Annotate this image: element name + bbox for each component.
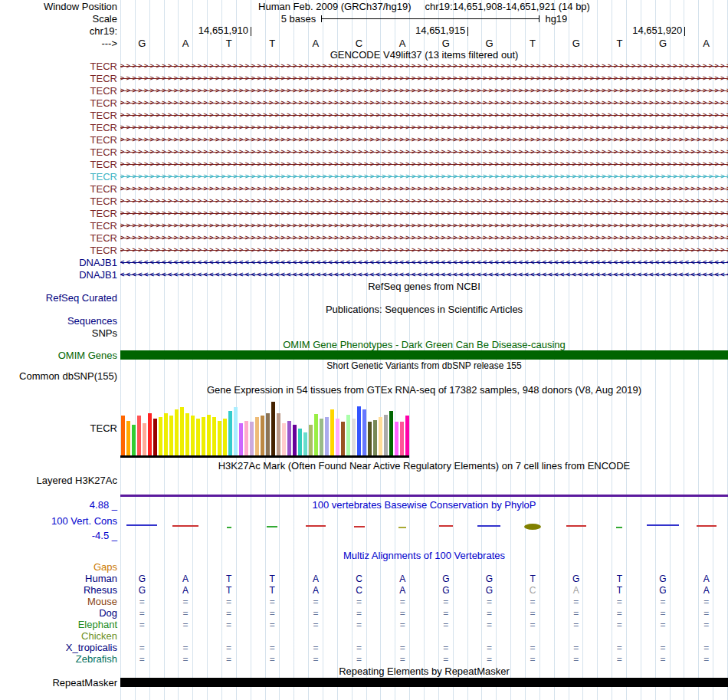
gtex-tissue-bar[interactable] <box>148 413 152 455</box>
gtex-tissue-bar[interactable] <box>234 407 238 455</box>
snps-label[interactable]: SNPs <box>0 328 120 338</box>
gene-intron-arrow-line[interactable]: <<<<<<<<<<<<<<<<<<<<<<<<<<<<<<<<<<<<<<<<… <box>120 256 728 268</box>
gtex-tissue-bar[interactable] <box>277 413 280 455</box>
gene-intron-arrow-line[interactable]: >>>>>>>>>>>>>>>>>>>>>>>>>>>>>>>>>>>>>>>>… <box>120 219 728 232</box>
gtex-tissue-bar[interactable] <box>325 417 329 455</box>
gene-intron-arrow-line[interactable]: >>>>>>>>>>>>>>>>>>>>>>>>>>>>>>>>>>>>>>>>… <box>120 109 728 121</box>
gtex-tissue-bar[interactable] <box>143 423 146 455</box>
omim-header-row[interactable]: OMIM Gene Phenotypes - Dark Green Can Be… <box>0 339 728 350</box>
multiz-species-label[interactable]: X_tropicalis <box>0 642 120 652</box>
gene-intron-arrow-line[interactable]: >>>>>>>>>>>>>>>>>>>>>>>>>>>>>>>>>>>>>>>>… <box>120 195 728 207</box>
gtex-tissue-bar[interactable] <box>341 422 345 455</box>
multiz-species-label[interactable]: Chicken <box>0 631 120 641</box>
gtex-tissue-bar[interactable] <box>271 402 275 455</box>
multiz-species-label[interactable]: Dog <box>0 608 120 618</box>
gtex-tissue-bar[interactable] <box>357 406 361 455</box>
gtex-tissue-bar[interactable] <box>346 415 350 455</box>
gtex-tissue-bar[interactable] <box>164 413 168 455</box>
gene-intron-arrow-line[interactable]: >>>>>>>>>>>>>>>>>>>>>>>>>>>>>>>>>>>>>>>>… <box>120 146 728 158</box>
gtex-tissue-bar[interactable] <box>212 417 216 455</box>
gene-label[interactable]: TECR <box>0 172 120 182</box>
gtex-tissue-bar[interactable] <box>384 415 388 455</box>
gene-intron-arrow-line[interactable]: >>>>>>>>>>>>>>>>>>>>>>>>>>>>>>>>>>>>>>>>… <box>120 133 728 146</box>
gene-label[interactable]: TECR <box>0 233 120 243</box>
gtex-tissue-bar[interactable] <box>314 414 318 455</box>
gtex-tissue-bar[interactable] <box>266 413 270 455</box>
multiz-species-label[interactable]: Zebrafish <box>0 654 120 664</box>
gtex-tissue-bar[interactable] <box>239 423 243 455</box>
common-dbsnp-label[interactable]: Common dbSNP(155) <box>0 371 120 381</box>
gtex-tissue-bar[interactable] <box>175 409 179 455</box>
gencode-track-title[interactable]: GENCODE V49lift37 (13 items filtered out… <box>330 49 519 61</box>
gtex-tissue-bar[interactable] <box>244 421 248 455</box>
multiz-species-label[interactable]: Human <box>0 573 120 583</box>
omim-gene-bar[interactable] <box>120 350 728 360</box>
gtex-header-row[interactable]: Gene Expression in 54 tissues from GTEx … <box>0 382 728 397</box>
gene-label[interactable]: TECR <box>0 196 120 206</box>
gtex-tissue-bar[interactable] <box>405 416 409 455</box>
gene-label[interactable]: TECR <box>0 74 120 84</box>
repeatmasker-label[interactable]: RepeatMasker <box>0 678 120 688</box>
gene-intron-arrow-line[interactable]: >>>>>>>>>>>>>>>>>>>>>>>>>>>>>>>>>>>>>>>>… <box>120 121 728 133</box>
gtex-tissue-bar[interactable] <box>153 419 157 455</box>
gtex-tissue-bar[interactable] <box>191 416 195 455</box>
gtex-tissue-bar[interactable] <box>255 417 259 455</box>
repeatmasker-header-row[interactable]: Repeating Elements by RepeatMasker <box>0 665 728 677</box>
gtex-tissue-bar[interactable] <box>169 416 173 455</box>
gene-label[interactable]: TECR <box>0 159 120 169</box>
gene-label[interactable]: TECR <box>0 61 120 71</box>
gene-intron-arrow-line[interactable]: >>>>>>>>>>>>>>>>>>>>>>>>>>>>>>>>>>>>>>>>… <box>120 244 728 256</box>
gtex-tissue-bar[interactable] <box>336 419 339 455</box>
gtex-tissue-bar[interactable] <box>159 417 162 455</box>
gene-intron-arrow-line[interactable]: >>>>>>>>>>>>>>>>>>>>>>>>>>>>>>>>>>>>>>>>… <box>120 97 728 109</box>
gtex-tissue-bar[interactable] <box>373 420 377 455</box>
gtex-tissue-bar[interactable] <box>362 409 366 455</box>
conservation-title-row[interactable]: 4.88 _ 100 vertebrates Basewise Conserva… <box>0 498 728 511</box>
multiz-species-label[interactable]: Elephant <box>0 619 120 629</box>
gene-intron-arrow-line[interactable]: >>>>>>>>>>>>>>>>>>>>>>>>>>>>>>>>>>>>>>>>… <box>120 158 728 170</box>
gtex-tissue-bar[interactable] <box>180 407 184 455</box>
gene-intron-arrow-line[interactable]: >>>>>>>>>>>>>>>>>>>>>>>>>>>>>>>>>>>>>>>>… <box>120 72 728 84</box>
gene-label[interactable]: TECR <box>0 184 120 194</box>
h3k27ac-track-title[interactable]: H3K27Ac Mark (Often Found Near Active Re… <box>218 460 631 472</box>
gene-intron-arrow-line[interactable]: >>>>>>>>>>>>>>>>>>>>>>>>>>>>>>>>>>>>>>>>… <box>120 182 728 195</box>
multiz-species-label[interactable]: Gaps <box>0 562 120 572</box>
publications-track-title[interactable]: Publications: Sequences in Scientific Ar… <box>326 304 523 315</box>
gtex-tissue-bar[interactable] <box>282 423 286 455</box>
conservation-track-title[interactable]: 100 vertebrates Basewise Conservation by… <box>313 499 536 511</box>
gtex-tissue-bar[interactable] <box>309 425 313 455</box>
gtex-tissue-bar[interactable] <box>121 416 125 455</box>
gtex-tissue-bar[interactable] <box>223 419 227 455</box>
dbsnp-header-row[interactable]: Short Genetic Variants from dbSNP releas… <box>0 360 728 370</box>
gene-label[interactable]: TECR <box>0 245 120 255</box>
gene-intron-arrow-line[interactable]: >>>>>>>>>>>>>>>>>>>>>>>>>>>>>>>>>>>>>>>>… <box>120 232 728 244</box>
gene-label[interactable]: DNAJB1 <box>0 258 120 268</box>
publications-header-row[interactable]: Publications: Sequences in Scientific Ar… <box>0 304 728 314</box>
gencode-header-row[interactable]: GENCODE V49lift37 (13 items filtered out… <box>0 49 728 60</box>
h3k27ac-header-row[interactable]: H3K27Ac Mark (Often Found Near Active Re… <box>0 458 728 472</box>
gtex-tissue-bar[interactable] <box>185 413 189 455</box>
gene-intron-arrow-line[interactable]: >>>>>>>>>>>>>>>>>>>>>>>>>>>>>>>>>>>>>>>>… <box>120 84 728 97</box>
layered-h3k27ac-label[interactable]: Layered H3K27Ac <box>0 475 120 485</box>
refseq-track-title[interactable]: RefSeq genes from NCBI <box>368 281 480 292</box>
refseq-curated-label[interactable]: RefSeq Curated <box>0 293 120 303</box>
conservation-label[interactable]: 100 Vert. Cons <box>0 516 120 526</box>
multiz-species-label[interactable]: Rhesus <box>0 585 120 595</box>
sequences-label[interactable]: Sequences <box>0 316 120 326</box>
gene-intron-arrow-line[interactable]: <<<<<<<<<<<<<<<<<<<<<<<<<<<<<<<<<<<<<<<<… <box>120 268 728 281</box>
gtex-tissue-bar[interactable] <box>368 422 372 455</box>
gtex-tissue-bar[interactable] <box>330 409 334 455</box>
gtex-tissue-bar[interactable] <box>352 419 356 455</box>
refseq-header-row[interactable]: RefSeq genes from NCBI <box>0 281 728 291</box>
gtex-tissue-bar[interactable] <box>293 425 297 455</box>
h3k27ac-signal-line[interactable] <box>120 495 728 497</box>
gtex-gene-label[interactable]: TECR <box>0 423 120 433</box>
gene-label[interactable]: TECR <box>0 135 120 145</box>
dbsnp-track-title[interactable]: Short Genetic Variants from dbSNP releas… <box>326 360 521 371</box>
gtex-tissue-bar[interactable] <box>207 415 211 455</box>
gtex-tissue-bar[interactable] <box>303 432 307 455</box>
repeatmasker-bar[interactable] <box>120 678 728 687</box>
gtex-tissue-bar[interactable] <box>395 422 398 455</box>
gene-label[interactable]: TECR <box>0 221 120 231</box>
gtex-tissue-bar[interactable] <box>250 422 254 455</box>
